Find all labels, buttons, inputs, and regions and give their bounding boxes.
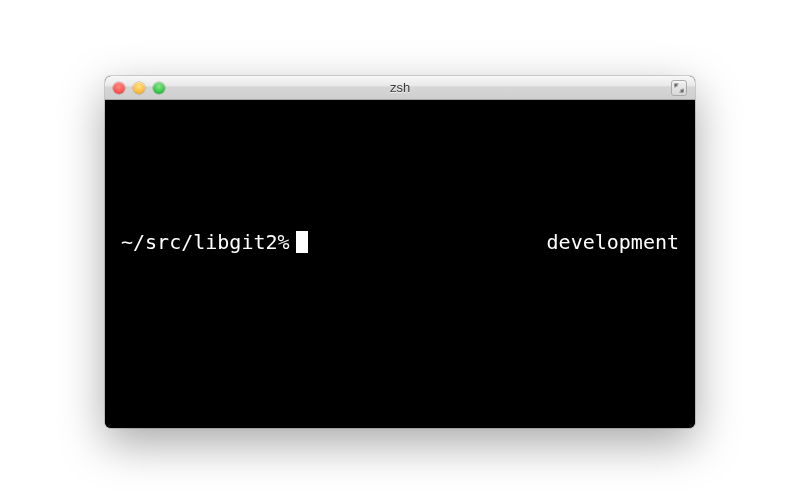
prompt-row: ~/src/libgit2% development: [121, 230, 679, 254]
titlebar[interactable]: zsh: [105, 76, 695, 100]
minimize-icon[interactable]: [133, 82, 145, 94]
prompt-text: ~/src/libgit2%: [121, 230, 290, 254]
close-icon[interactable]: [113, 82, 125, 94]
terminal-body[interactable]: ~/src/libgit2% development: [105, 100, 695, 428]
fullscreen-button[interactable]: [671, 80, 687, 96]
right-prompt: development: [547, 230, 679, 254]
expand-icon: [674, 83, 684, 93]
traffic-lights: [113, 82, 165, 94]
maximize-icon[interactable]: [153, 82, 165, 94]
prompt-left: ~/src/libgit2%: [121, 230, 308, 254]
window-title: zsh: [105, 80, 695, 95]
terminal-window: zsh ~/src/libgit2% development: [105, 76, 695, 428]
cursor-icon: [296, 231, 308, 253]
